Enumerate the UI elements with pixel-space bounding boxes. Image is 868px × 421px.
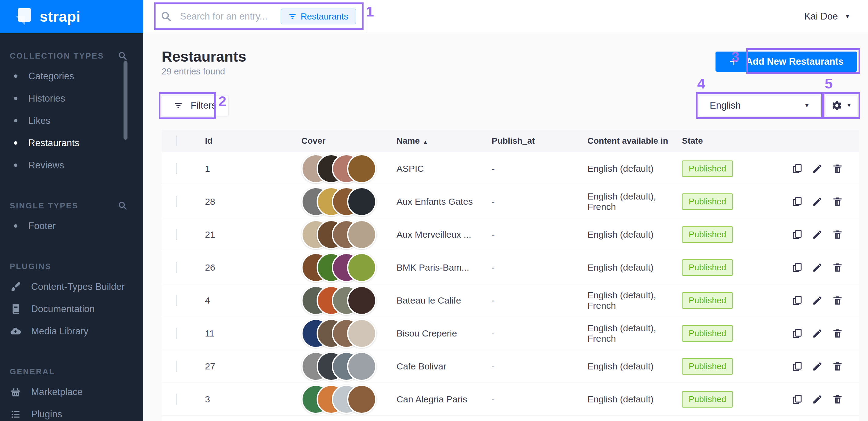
cover-image bbox=[347, 187, 376, 216]
edit-icon[interactable] bbox=[812, 196, 823, 207]
duplicate-icon[interactable] bbox=[792, 394, 803, 405]
table-row[interactable]: 1 ASPIC - English (default) Published bbox=[162, 152, 859, 185]
delete-icon[interactable] bbox=[832, 262, 843, 273]
bullet-icon bbox=[14, 119, 18, 122]
search-icon[interactable] bbox=[118, 201, 127, 210]
section-single-types: SINGLE TYPES Footer bbox=[0, 197, 143, 237]
column-header-cover[interactable]: Cover bbox=[301, 136, 397, 146]
edit-icon[interactable] bbox=[812, 295, 823, 306]
column-header-name[interactable]: Name▲ bbox=[397, 136, 492, 146]
row-checkbox[interactable] bbox=[176, 262, 177, 273]
duplicate-icon[interactable] bbox=[792, 196, 803, 207]
sidebar-item-content-types-builder[interactable]: Content-Types Builder bbox=[0, 275, 143, 298]
select-all-checkbox[interactable] bbox=[176, 136, 177, 146]
sidebar: strapi COLLECTION TYPES Categories Histo… bbox=[0, 0, 143, 421]
duplicate-icon[interactable] bbox=[792, 163, 803, 174]
table-header-row: Id Cover Name▲ Publish_at Content availa… bbox=[162, 130, 859, 152]
delete-icon[interactable] bbox=[832, 229, 843, 240]
row-checkbox[interactable] bbox=[176, 328, 177, 339]
sidebar-item-footer[interactable]: Footer bbox=[0, 215, 143, 237]
filter-icon bbox=[288, 12, 297, 21]
sidebar-item-media-library[interactable]: Media Library bbox=[0, 320, 143, 342]
sidebar-item-documentation[interactable]: Documentation bbox=[0, 298, 143, 320]
entries-table: Id Cover Name▲ Publish_at Content availa… bbox=[162, 130, 859, 421]
sidebar-item-plugins[interactable]: Plugins bbox=[0, 403, 143, 421]
row-checkbox[interactable] bbox=[176, 229, 177, 240]
search-icon[interactable] bbox=[118, 51, 127, 61]
sidebar-item-categories[interactable]: Categories bbox=[0, 65, 143, 87]
table-row[interactable]: 3 Can Alegria Paris - English (default) … bbox=[162, 383, 859, 416]
table-row[interactable]: 27 Cafe Bolivar - English (default) Publ… bbox=[162, 350, 859, 383]
sidebar-item-histories[interactable]: Histories bbox=[0, 87, 143, 110]
edit-icon[interactable] bbox=[812, 262, 823, 273]
table-row[interactable]: 28 Aux Enfants Gates - English (default)… bbox=[162, 185, 859, 218]
main-content: Restaurants 29 entries found Add New Res… bbox=[143, 34, 868, 421]
sidebar-scrollbar[interactable] bbox=[124, 61, 127, 140]
publish-at-value: - bbox=[492, 230, 587, 240]
sidebar-item-reviews[interactable]: Reviews bbox=[0, 154, 143, 176]
column-header-content-available-in[interactable]: Content available in bbox=[587, 136, 682, 146]
duplicate-icon[interactable] bbox=[792, 361, 803, 372]
sidebar-item-likes[interactable]: Likes bbox=[0, 110, 143, 132]
row-checkbox[interactable] bbox=[176, 394, 177, 405]
delete-icon[interactable] bbox=[832, 328, 843, 339]
column-header-id[interactable]: Id bbox=[205, 136, 301, 146]
edit-icon[interactable] bbox=[812, 163, 823, 174]
locales-value: English (default), French bbox=[587, 290, 682, 311]
locales-value: English (default) bbox=[587, 230, 682, 240]
search-filter-tag[interactable]: Restaurants bbox=[281, 8, 356, 24]
strapi-logo[interactable]: strapi bbox=[0, 0, 143, 33]
column-header-publish-at[interactable]: Publish_at bbox=[492, 136, 587, 146]
entries-count: 29 entries found bbox=[162, 66, 225, 77]
strapi-logo-icon bbox=[16, 8, 33, 25]
status-badge: Published bbox=[682, 193, 733, 210]
row-checkbox[interactable] bbox=[176, 196, 177, 207]
edit-icon[interactable] bbox=[812, 229, 823, 240]
page-title: Restaurants bbox=[162, 48, 246, 65]
table-row[interactable]: 4 Bateau le Calife - English (default), … bbox=[162, 284, 859, 317]
delete-icon[interactable] bbox=[832, 163, 843, 174]
cover-images bbox=[301, 154, 376, 183]
table-row[interactable]: 21 Aux Merveilleux ... - English (defaul… bbox=[162, 218, 859, 251]
cover-images bbox=[301, 385, 376, 414]
publish-at-value: - bbox=[492, 394, 587, 404]
bullet-icon bbox=[14, 224, 18, 228]
filters-button[interactable]: Filters bbox=[162, 95, 229, 116]
delete-icon[interactable] bbox=[832, 295, 843, 306]
row-checkbox[interactable] bbox=[176, 163, 177, 174]
locales-value: English (default), French bbox=[587, 323, 682, 344]
locale-select[interactable]: English ▼ bbox=[699, 95, 820, 116]
id-value: 3 bbox=[205, 394, 301, 404]
table-row[interactable]: 11 Bisou Creperie - English (default), F… bbox=[162, 317, 859, 350]
duplicate-icon[interactable] bbox=[792, 328, 803, 339]
duplicate-icon[interactable] bbox=[792, 295, 803, 306]
cover-images bbox=[301, 187, 376, 216]
name-value: BMK Paris-Bam... bbox=[397, 262, 492, 273]
column-header-state[interactable]: State bbox=[682, 136, 792, 146]
name-value: ASPIC bbox=[397, 163, 492, 174]
table-row[interactable]: 26 BMK Paris-Bam... - English (default) … bbox=[162, 251, 859, 284]
sidebar-nav: COLLECTION TYPES Categories Histories Li… bbox=[0, 33, 143, 421]
publish-at-value: - bbox=[492, 197, 587, 207]
user-menu[interactable]: Kai Doe ▼ bbox=[367, 0, 868, 33]
delete-icon[interactable] bbox=[832, 394, 843, 405]
strapi-logo-text: strapi bbox=[40, 8, 81, 25]
sidebar-item-restaurants[interactable]: Restaurants bbox=[0, 132, 143, 154]
cover-image bbox=[347, 220, 376, 249]
search-input[interactable] bbox=[180, 11, 281, 22]
id-value: 27 bbox=[205, 361, 301, 371]
locales-value: English (default) bbox=[587, 361, 682, 371]
sidebar-item-marketplace[interactable]: Marketplace bbox=[0, 381, 143, 403]
row-checkbox[interactable] bbox=[176, 295, 177, 306]
row-checkbox[interactable] bbox=[176, 361, 177, 372]
edit-icon[interactable] bbox=[812, 328, 823, 339]
duplicate-icon[interactable] bbox=[792, 229, 803, 240]
edit-icon[interactable] bbox=[812, 361, 823, 372]
table-row-partial bbox=[162, 416, 859, 421]
delete-icon[interactable] bbox=[832, 361, 843, 372]
add-new-restaurants-button[interactable]: Add New Restaurants bbox=[715, 52, 857, 72]
duplicate-icon[interactable] bbox=[792, 262, 803, 273]
table-settings-button[interactable]: ▼ bbox=[826, 95, 857, 116]
edit-icon[interactable] bbox=[812, 394, 823, 405]
delete-icon[interactable] bbox=[832, 196, 843, 207]
